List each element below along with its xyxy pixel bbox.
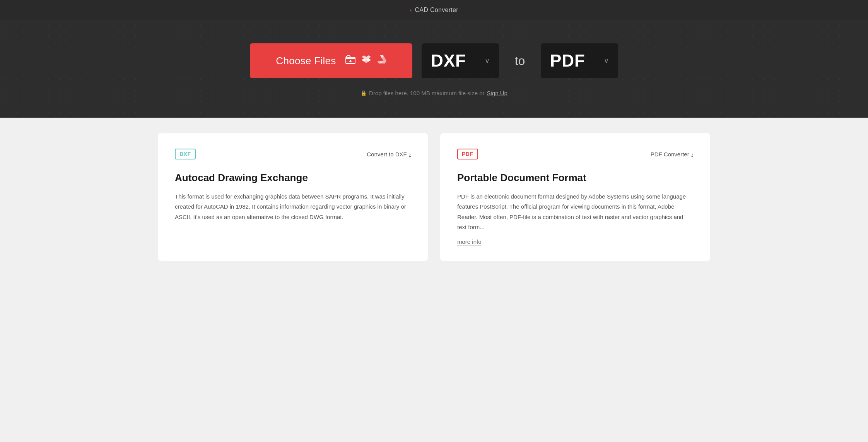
choose-files-label: Choose Files <box>276 55 336 67</box>
dxf-card-header: DXF Convert to DXF › <box>175 149 411 159</box>
dropbox-icon <box>362 55 371 66</box>
folder-icon <box>345 55 355 66</box>
pdf-link-chevron-icon: › <box>692 151 693 157</box>
dxf-badge: DXF <box>175 149 196 159</box>
pdf-card-title: Portable Document Format <box>457 172 693 184</box>
drop-zone-text: Drop files here. 100 MB maximum file siz… <box>369 90 484 96</box>
dxf-link-chevron-icon: › <box>409 151 411 157</box>
from-format-label: DXF <box>431 51 466 70</box>
pdf-card-description: PDF is an electronic document format des… <box>457 192 693 232</box>
pdf-info-card: PDF PDF Converter › Portable Document Fo… <box>440 133 710 261</box>
pdf-converter-link[interactable]: PDF Converter › <box>651 151 693 158</box>
choose-files-button[interactable]: Choose Files <box>250 43 412 78</box>
info-cards-section: DXF Convert to DXF › Autocad Drawing Exc… <box>140 118 728 276</box>
drop-zone-hint: 🔒 Drop files here. 100 MB maximum file s… <box>361 90 507 96</box>
convert-to-dxf-link[interactable]: Convert to DXF › <box>367 151 411 158</box>
pdf-badge: PDF <box>457 149 478 159</box>
to-format-selector[interactable]: PDF ∨ <box>541 43 618 78</box>
hero-section: Choose Files <box>0 20 868 118</box>
dxf-card-title: Autocad Drawing Exchange <box>175 172 411 184</box>
pdf-card-header: PDF PDF Converter › <box>457 149 693 159</box>
upload-icons <box>345 55 386 66</box>
dxf-info-card: DXF Convert to DXF › Autocad Drawing Exc… <box>158 133 428 261</box>
app-title: CAD Converter <box>415 7 458 14</box>
dxf-card-description: This format is used for exchanging graph… <box>175 192 411 222</box>
to-label: to <box>508 54 531 68</box>
lock-icon: 🔒 <box>361 90 367 96</box>
to-format-chevron-icon: ∨ <box>604 57 609 65</box>
google-drive-icon <box>377 55 386 66</box>
title-bar: ‹ CAD Converter <box>0 0 868 20</box>
back-chevron-icon[interactable]: ‹ <box>410 7 412 14</box>
from-format-chevron-icon: ∨ <box>485 57 490 65</box>
from-format-selector[interactable]: DXF ∨ <box>422 43 499 78</box>
to-format-label: PDF <box>550 51 585 70</box>
more-info-link[interactable]: more info <box>457 238 482 245</box>
converter-row: Choose Files <box>250 43 618 78</box>
signup-link[interactable]: Sign Up <box>487 90 507 96</box>
